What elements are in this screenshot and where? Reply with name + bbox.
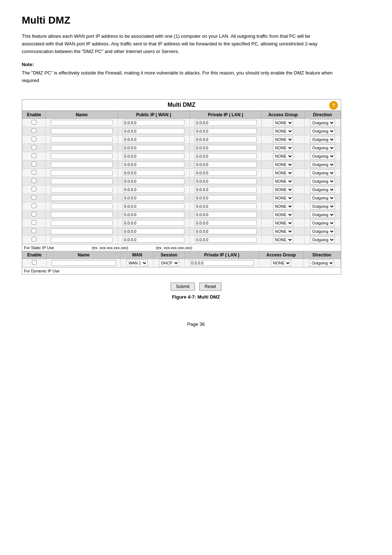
enable-checkbox[interactable] bbox=[32, 178, 36, 183]
enable-checkbox[interactable] bbox=[32, 228, 36, 233]
private-ip-input[interactable] bbox=[195, 145, 256, 151]
name-input[interactable] bbox=[51, 178, 113, 184]
access-group-select[interactable]: NONE bbox=[273, 128, 293, 134]
name-input[interactable] bbox=[51, 145, 113, 151]
access-group-select[interactable]: NONE bbox=[273, 178, 293, 185]
private-ip-input[interactable] bbox=[195, 153, 256, 159]
direction-select[interactable]: OutgoingIncomingBoth bbox=[310, 211, 335, 218]
name-input[interactable] bbox=[51, 237, 113, 243]
private-ip-input[interactable] bbox=[195, 128, 256, 134]
dyn-access-group-select[interactable]: NONE bbox=[271, 260, 291, 266]
private-ip-input[interactable] bbox=[195, 212, 256, 218]
public-ip-input[interactable] bbox=[123, 195, 184, 201]
private-ip-input[interactable] bbox=[195, 170, 256, 176]
enable-checkbox[interactable] bbox=[32, 220, 36, 225]
private-ip-input[interactable] bbox=[195, 162, 256, 167]
public-ip-input[interactable] bbox=[123, 220, 184, 226]
wan-select[interactable]: WAN 1WAN 2 bbox=[126, 260, 148, 266]
direction-select[interactable]: OutgoingIncomingBoth bbox=[310, 145, 335, 151]
name-input[interactable] bbox=[51, 128, 113, 134]
direction-select[interactable]: OutgoingIncomingBoth bbox=[310, 195, 335, 201]
access-group-select[interactable]: NONE bbox=[273, 236, 293, 243]
private-ip-input[interactable] bbox=[195, 120, 256, 126]
access-group-select[interactable]: NONE bbox=[273, 119, 293, 126]
name-input[interactable] bbox=[51, 195, 113, 201]
public-ip-input[interactable] bbox=[123, 178, 184, 184]
session-select[interactable]: DHCP bbox=[159, 260, 179, 266]
name-input[interactable] bbox=[51, 153, 113, 159]
private-ip-input[interactable] bbox=[195, 187, 256, 193]
access-group-select[interactable]: NONE bbox=[273, 211, 293, 218]
enable-checkbox[interactable] bbox=[32, 137, 36, 141]
dyn-enable-checkbox[interactable] bbox=[32, 260, 37, 265]
public-ip-input[interactable] bbox=[123, 187, 184, 193]
private-ip-input[interactable] bbox=[195, 203, 256, 209]
private-ip-input[interactable] bbox=[195, 237, 256, 243]
access-group-select[interactable]: NONE bbox=[273, 153, 293, 159]
public-ip-input[interactable] bbox=[123, 153, 184, 159]
public-ip-input[interactable] bbox=[123, 237, 184, 243]
private-ip-input[interactable] bbox=[195, 220, 256, 226]
access-group-select[interactable]: NONE bbox=[273, 203, 293, 210]
access-group-select[interactable]: NONE bbox=[273, 195, 293, 201]
submit-button[interactable]: Submit bbox=[171, 283, 195, 291]
direction-select[interactable]: OutgoingIncomingBoth bbox=[310, 178, 335, 185]
enable-checkbox[interactable] bbox=[32, 128, 36, 133]
direction-select[interactable]: OutgoingIncomingBoth bbox=[310, 136, 335, 143]
public-ip-input[interactable] bbox=[123, 137, 184, 142]
private-ip-input[interactable] bbox=[195, 178, 256, 184]
dyn-name-input[interactable] bbox=[52, 260, 115, 266]
name-input[interactable] bbox=[51, 120, 113, 126]
access-group-select[interactable]: NONE bbox=[273, 161, 293, 168]
direction-select[interactable]: OutgoingIncomingBoth bbox=[310, 170, 335, 176]
enable-checkbox[interactable] bbox=[32, 145, 36, 150]
name-input[interactable] bbox=[51, 187, 113, 193]
private-ip-input[interactable] bbox=[195, 195, 256, 201]
direction-select[interactable]: OutgoingIncomingBoth bbox=[310, 153, 335, 159]
direction-select[interactable]: OutgoingIncomingBoth bbox=[310, 236, 335, 243]
access-group-select[interactable]: NONE bbox=[273, 186, 293, 193]
name-input[interactable] bbox=[51, 170, 113, 176]
public-ip-input[interactable] bbox=[123, 228, 184, 234]
access-group-select[interactable]: NONE bbox=[273, 228, 293, 235]
public-ip-input[interactable] bbox=[123, 162, 184, 167]
direction-select[interactable]: OutgoingIncomingBoth bbox=[310, 220, 335, 226]
public-ip-input[interactable] bbox=[123, 170, 184, 176]
name-input[interactable] bbox=[51, 203, 113, 209]
name-input[interactable] bbox=[51, 220, 113, 226]
public-ip-input[interactable] bbox=[123, 203, 184, 209]
enable-checkbox[interactable] bbox=[32, 212, 36, 216]
dyn-private-ip-input[interactable] bbox=[190, 260, 254, 266]
direction-select[interactable]: OutgoingIncomingBoth bbox=[310, 161, 335, 168]
enable-checkbox[interactable] bbox=[32, 187, 36, 191]
private-ip-input[interactable] bbox=[195, 228, 256, 234]
access-group-select[interactable]: NONE bbox=[273, 170, 293, 176]
help-icon[interactable]: ? bbox=[329, 101, 338, 110]
direction-select[interactable]: OutgoingIncomingBoth bbox=[310, 228, 335, 235]
enable-checkbox[interactable] bbox=[32, 162, 36, 166]
direction-select[interactable]: OutgoingIncomingBoth bbox=[310, 128, 335, 134]
enable-checkbox[interactable] bbox=[32, 237, 36, 242]
private-ip-input[interactable] bbox=[195, 137, 256, 142]
enable-checkbox[interactable] bbox=[32, 153, 36, 158]
name-input[interactable] bbox=[51, 137, 113, 142]
name-input[interactable] bbox=[51, 228, 113, 234]
enable-checkbox[interactable] bbox=[32, 170, 36, 175]
public-ip-input[interactable] bbox=[123, 128, 184, 134]
direction-select[interactable]: OutgoingIncomingBoth bbox=[310, 203, 335, 210]
name-input[interactable] bbox=[51, 212, 113, 218]
public-ip-input[interactable] bbox=[123, 120, 184, 126]
access-group-select[interactable]: NONE bbox=[273, 145, 293, 151]
access-group-select[interactable]: NONE bbox=[273, 136, 293, 143]
name-input[interactable] bbox=[51, 162, 113, 167]
direction-select[interactable]: OutgoingIncomingBoth bbox=[310, 119, 335, 126]
access-group-select[interactable]: NONE bbox=[273, 220, 293, 226]
dyn-direction-select[interactable]: OutgoingIncomingBoth bbox=[309, 260, 334, 266]
enable-checkbox[interactable] bbox=[32, 203, 36, 208]
direction-select[interactable]: OutgoingIncomingBoth bbox=[310, 186, 335, 193]
enable-checkbox[interactable] bbox=[32, 120, 36, 125]
public-ip-input[interactable] bbox=[123, 145, 184, 151]
public-ip-input[interactable] bbox=[123, 212, 184, 218]
enable-checkbox[interactable] bbox=[32, 195, 36, 200]
reset-button[interactable]: Reset bbox=[199, 283, 221, 291]
